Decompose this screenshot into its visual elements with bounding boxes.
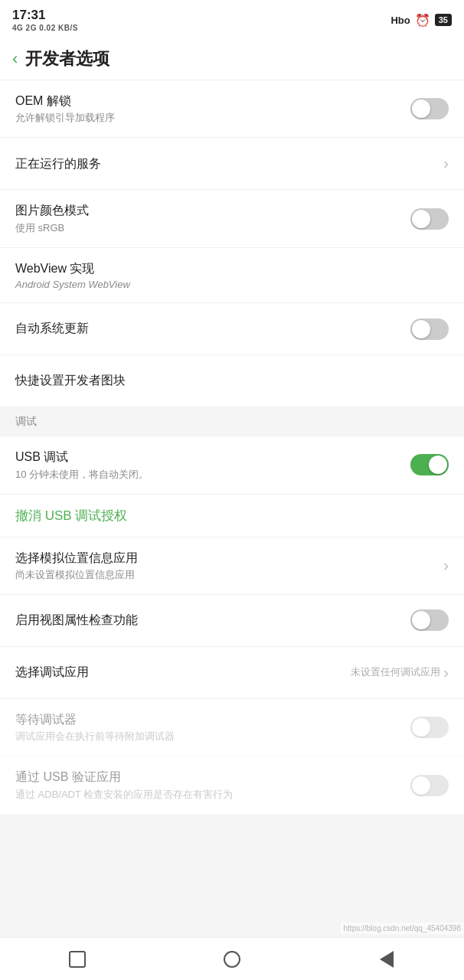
- view-attr-toggle[interactable]: [410, 609, 449, 631]
- usb-verify-subtitle: 通过 ADB/ADT 检查安装的应用是否存在有害行为: [15, 788, 401, 802]
- usb-debug-toggle[interactable]: [410, 454, 449, 475]
- status-right: Hbo ⏰ 35: [390, 13, 452, 28]
- section-header-debug: 调试: [0, 407, 464, 436]
- select-debug-app-value: 未设置任何调试应用: [351, 665, 440, 679]
- nav-square-button[interactable]: [65, 947, 90, 972]
- select-debug-app-title: 选择调试应用: [15, 664, 341, 681]
- setting-oem-unlock[interactable]: OEM 解锁 允许解锁引导加载程序: [0, 80, 464, 138]
- view-attr-knob: [412, 611, 430, 629]
- setting-usb-verify: 通过 USB 验证应用 通过 ADB/ADT 检查安装的应用是否存在有害行为: [0, 756, 464, 814]
- setting-quick-settings[interactable]: 快捷设置开发者图块: [0, 355, 464, 407]
- setting-webview[interactable]: WebView 实现 Android System WebView: [0, 248, 464, 303]
- quick-settings-title: 快捷设置开发者图块: [15, 372, 439, 389]
- setting-picture-color[interactable]: 图片颜色模式 使用 sRGB: [0, 190, 464, 247]
- picture-color-toggle[interactable]: [410, 208, 449, 230]
- navigation-bar: [0, 937, 464, 980]
- watermark: https://blog.csdn.net/qq_45404398: [341, 923, 464, 934]
- setting-select-debug-app[interactable]: 选择调试应用 未设置任何调试应用 ›: [0, 647, 464, 699]
- view-attr-title: 启用视图属性检查功能: [15, 612, 401, 629]
- oem-unlock-subtitle: 允许解锁引导加载程序: [15, 111, 401, 125]
- picture-color-subtitle: 使用 sRGB: [15, 221, 401, 235]
- usb-verify-title: 通过 USB 验证应用: [15, 769, 401, 786]
- oem-unlock-toggle[interactable]: [410, 98, 449, 119]
- nav-home-button[interactable]: [220, 947, 244, 972]
- square-icon: [69, 951, 86, 968]
- setting-view-attr[interactable]: 启用视图属性检查功能: [0, 595, 464, 647]
- wait-debugger-knob: [412, 718, 430, 737]
- nav-back-button[interactable]: [374, 947, 399, 972]
- picture-color-knob: [412, 210, 430, 228]
- auto-update-title: 自动系统更新: [15, 320, 401, 337]
- webview-title: WebView 实现: [15, 260, 439, 277]
- section-header-label: 调试: [15, 415, 37, 427]
- battery-indicator: 35: [435, 14, 452, 26]
- wait-debugger-subtitle: 调试应用会在执行前等待附加调试器: [15, 730, 401, 743]
- mock-location-title: 选择模拟位置信息应用: [15, 550, 434, 567]
- usb-verify-toggle: [410, 775, 449, 796]
- circle-icon: [224, 951, 240, 968]
- oem-unlock-knob: [412, 100, 430, 118]
- page-title: 开发者选项: [25, 47, 109, 70]
- auto-update-toggle[interactable]: [410, 318, 449, 340]
- status-bar: 17:31 4G 2G 0.02 KB/S Hbo ⏰ 35: [0, 0, 464, 38]
- setting-revoke-usb[interactable]: 撤消 USB 调试授权: [0, 495, 464, 537]
- usb-verify-knob: [412, 776, 430, 795]
- wait-debugger-title: 等待调试器: [15, 711, 401, 728]
- back-button[interactable]: ‹: [12, 49, 18, 69]
- usb-debug-subtitle: 10 分钟未使用，将自动关闭。: [15, 468, 401, 482]
- status-hbo: Hbo: [390, 15, 410, 26]
- setting-auto-update[interactable]: 自动系统更新: [0, 303, 464, 355]
- clock-icon: ⏰: [415, 13, 430, 28]
- mock-location-chevron: ›: [443, 557, 449, 574]
- setting-wait-debugger: 等待调试器 调试应用会在执行前等待附加调试器: [0, 699, 464, 756]
- auto-update-knob: [412, 320, 430, 338]
- status-left: 17:31 4G 2G 0.02 KB/S: [12, 8, 78, 31]
- revoke-usb-label: 撤消 USB 调试授权: [15, 508, 127, 523]
- page-header: ‹ 开发者选项: [0, 38, 464, 80]
- webview-subtitle: Android System WebView: [15, 279, 439, 290]
- status-network: 4G 2G 0.02 KB/S: [12, 24, 78, 32]
- running-services-title: 正在运行的服务: [15, 155, 434, 172]
- status-time: 17:31: [12, 8, 78, 23]
- picture-color-title: 图片颜色模式: [15, 202, 401, 219]
- setting-running-services[interactable]: 正在运行的服务 ›: [0, 138, 464, 190]
- setting-usb-debug[interactable]: USB 调试 10 分钟未使用，将自动关闭。: [0, 436, 464, 494]
- select-debug-app-chevron: ›: [443, 664, 449, 681]
- mock-location-subtitle: 尚未设置模拟位置信息应用: [15, 568, 434, 582]
- running-services-chevron: ›: [443, 155, 449, 172]
- settings-list: OEM 解锁 允许解锁引导加载程序 正在运行的服务 › 图片颜色模式 使用 sR…: [0, 80, 464, 815]
- usb-debug-knob: [429, 456, 447, 474]
- oem-unlock-title: OEM 解锁: [15, 93, 401, 109]
- wait-debugger-toggle: [410, 717, 449, 738]
- setting-mock-location[interactable]: 选择模拟位置信息应用 尚未设置模拟位置信息应用 ›: [0, 537, 464, 595]
- triangle-back-icon: [380, 951, 394, 968]
- usb-debug-title: USB 调试: [15, 449, 401, 466]
